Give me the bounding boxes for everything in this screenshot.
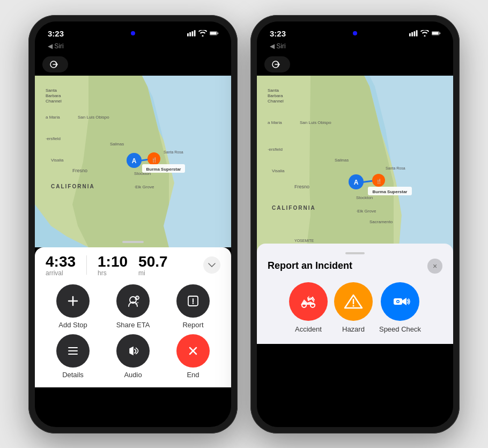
svg-rect-40 bbox=[416, 30, 418, 36]
report-close-button[interactable]: × bbox=[427, 259, 442, 274]
svg-rect-37 bbox=[409, 33, 411, 36]
map-area-1: A 🍴 Santa Barbara Channel a Maria San Lu… bbox=[35, 76, 231, 247]
miles-label: mi bbox=[138, 270, 168, 277]
svg-text:Fresno: Fresno bbox=[294, 184, 309, 189]
siri-bar-2: ◀ Siri bbox=[257, 41, 453, 53]
report-panel: Report an Incident × bbox=[257, 244, 453, 344]
battery-icon-2 bbox=[432, 30, 440, 36]
hrs-value: 1:10 bbox=[98, 254, 128, 270]
end-label: End bbox=[187, 371, 199, 379]
action-buttons-1: Add Stop Share ETA bbox=[46, 284, 220, 379]
svg-text:Visalia: Visalia bbox=[272, 168, 285, 173]
accident-icon-bg bbox=[289, 282, 328, 321]
svg-text:🍴: 🍴 bbox=[376, 178, 382, 185]
share-eta-label: Share ETA bbox=[116, 321, 150, 329]
share-eta-icon-bg bbox=[116, 284, 150, 318]
svg-text:Santa: Santa bbox=[46, 88, 57, 93]
svg-text:·ersfield: ·ersfield bbox=[268, 147, 283, 152]
svg-text:Burma Superstar: Burma Superstar bbox=[146, 167, 181, 172]
report-icon bbox=[186, 294, 200, 308]
time-2: 3:23 bbox=[270, 29, 286, 38]
report-icon-bg bbox=[176, 284, 210, 318]
speed-check-option[interactable]: Speed Check bbox=[379, 282, 421, 333]
svg-text:Fresno: Fresno bbox=[72, 168, 87, 173]
arrival-stat: 4:33 arrival bbox=[46, 254, 76, 277]
battery-icon-1 bbox=[210, 30, 218, 36]
hazard-option[interactable]: Hazard bbox=[334, 282, 373, 333]
add-stop-icon-bg bbox=[56, 284, 90, 318]
svg-text:·Elk Grove: ·Elk Grove bbox=[134, 185, 154, 189]
wifi-icon-1 bbox=[198, 30, 207, 36]
report-button[interactable]: Report bbox=[166, 284, 220, 329]
svg-text:🍴: 🍴 bbox=[151, 157, 158, 163]
details-icon-bg bbox=[56, 334, 90, 368]
siri-label-2: ◀ Siri bbox=[270, 42, 286, 50]
svg-point-35 bbox=[193, 303, 194, 304]
svg-text:Barbara: Barbara bbox=[46, 93, 61, 98]
svg-text:Salinas: Salinas bbox=[110, 142, 124, 146]
chevron-down-icon bbox=[208, 263, 216, 267]
add-stop-button[interactable]: Add Stop bbox=[46, 284, 100, 329]
svg-text:Santa: Santa bbox=[268, 88, 279, 93]
svg-rect-1 bbox=[189, 32, 191, 36]
map-svg-1: A 🍴 Santa Barbara Channel a Maria San Lu… bbox=[35, 76, 231, 247]
status-icons-2 bbox=[409, 30, 440, 36]
details-label: Details bbox=[62, 371, 84, 379]
svg-text:Channel: Channel bbox=[46, 99, 62, 104]
svg-rect-3 bbox=[194, 30, 196, 36]
end-button[interactable]: End bbox=[166, 334, 220, 379]
add-stop-label: Add Stop bbox=[58, 321, 87, 329]
back-button-1[interactable] bbox=[42, 56, 68, 72]
nav-panel-1: 4:33 arrival 1:10 hrs 50.7 mi bbox=[35, 247, 231, 388]
phone-1: 3:23 ◀ Siri bbox=[28, 15, 238, 434]
back-button-2[interactable] bbox=[264, 56, 290, 72]
arrival-time: 4:33 bbox=[46, 254, 76, 270]
expand-button[interactable] bbox=[203, 256, 220, 274]
accident-option[interactable]: Accident bbox=[289, 282, 328, 333]
hazard-icon-bg bbox=[334, 282, 373, 321]
svg-text:Santa Rosa: Santa Rosa bbox=[164, 150, 183, 154]
svg-text:Barbara: Barbara bbox=[268, 93, 283, 98]
time-1: 3:23 bbox=[48, 29, 64, 38]
accident-label: Accident bbox=[295, 325, 322, 333]
map-area-2: A 🍴 Santa Barbara Channel a Maria San Lu… bbox=[257, 76, 453, 344]
svg-text:San Luis Obispo: San Luis Obispo bbox=[78, 115, 109, 120]
signal-icon-2 bbox=[409, 30, 418, 36]
audio-icon bbox=[125, 343, 141, 358]
svg-text:A: A bbox=[132, 157, 137, 165]
svg-text:Visalia: Visalia bbox=[51, 158, 64, 163]
svg-text:Stockton: Stockton bbox=[356, 195, 373, 200]
audio-button[interactable]: Audio bbox=[106, 334, 160, 379]
phone-2: 3:23 ◀ Siri bbox=[250, 15, 460, 434]
hrs-label: hrs bbox=[98, 270, 128, 277]
svg-rect-2 bbox=[191, 31, 193, 36]
report-label: Report bbox=[182, 321, 203, 329]
arrival-label: arrival bbox=[46, 270, 76, 277]
dot-indicator-1 bbox=[131, 31, 135, 35]
stat-sep-1 bbox=[86, 255, 87, 275]
siri-bar-1: ◀ Siri bbox=[35, 41, 231, 53]
svg-text:Salinas: Salinas bbox=[335, 158, 349, 163]
panel-handle bbox=[345, 252, 365, 254]
svg-text:·Elk Grove: ·Elk Grove bbox=[356, 209, 376, 214]
status-bar-1: 3:23 bbox=[35, 21, 231, 41]
back-icon-1 bbox=[50, 61, 61, 68]
nav-stats-1: 4:33 arrival 1:10 hrs 50.7 mi bbox=[46, 254, 220, 277]
back-icon-2 bbox=[272, 61, 283, 68]
details-button[interactable]: Details bbox=[46, 334, 100, 379]
share-eta-button[interactable]: Share ETA bbox=[106, 284, 160, 329]
svg-text:a Maria: a Maria bbox=[46, 115, 60, 120]
audio-label: Audio bbox=[124, 371, 142, 379]
end-icon-bg bbox=[176, 334, 210, 368]
dot-indicator-2 bbox=[353, 31, 357, 35]
share-eta-icon bbox=[125, 293, 141, 309]
svg-text:YOSEMITE: YOSEMITE bbox=[294, 239, 314, 243]
svg-text:San Luis Obispo: San Luis Obispo bbox=[300, 120, 331, 125]
siri-label-1: ◀ Siri bbox=[48, 42, 64, 50]
svg-rect-39 bbox=[413, 31, 415, 36]
svg-rect-31 bbox=[122, 241, 144, 243]
signal-icon-1 bbox=[187, 30, 196, 36]
svg-text:Burma Superstar: Burma Superstar bbox=[373, 189, 408, 194]
svg-text:Sacramento: Sacramento bbox=[369, 219, 393, 224]
report-title: Report an Incident bbox=[268, 260, 352, 271]
